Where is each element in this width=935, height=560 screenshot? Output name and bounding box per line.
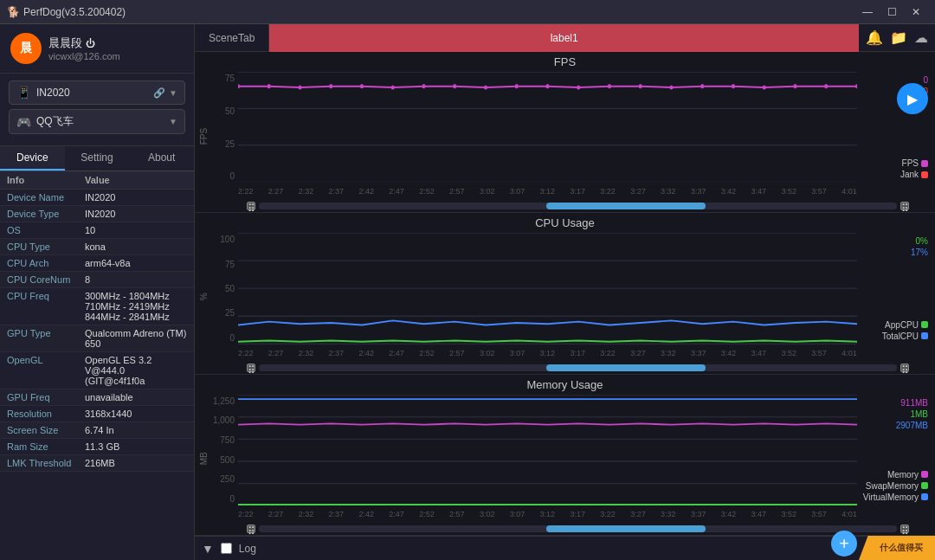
fps-scrollbar[interactable]: ⠿ ⠿ <box>195 200 935 212</box>
x-tick-label: 3:47 <box>751 187 767 196</box>
x-tick-label: 2:32 <box>299 510 314 518</box>
x-tick-label: 3:02 <box>480 349 495 357</box>
app-cpu-value: 0% <box>882 236 928 246</box>
value-cell: 216MB <box>85 458 187 468</box>
tab-setting[interactable]: Setting <box>65 146 130 171</box>
memory-chart-title: Memory Usage <box>195 375 935 395</box>
cpu-svg <box>238 233 857 344</box>
value-cell: kona <box>85 241 187 252</box>
x-tick-label: 2:42 <box>358 510 374 518</box>
app-selector-row[interactable]: 🎮 QQ飞车 ▼ <box>9 109 185 134</box>
memory-legend-label: Memory <box>887 470 919 480</box>
cpu-scroll-handle-left[interactable]: ⠿ <box>247 364 255 372</box>
app-name-label: QQ飞车 <box>36 114 169 129</box>
x-tick-label: 3:27 <box>630 187 646 196</box>
memory-scrollbar[interactable]: ⠿ ⠿ <box>195 523 935 535</box>
x-tick-label: 3:17 <box>570 349 585 357</box>
play-button[interactable]: ▶ <box>897 83 928 114</box>
scroll-track[interactable] <box>259 203 897 209</box>
fps-legend-label: FPS <box>902 158 919 168</box>
label-tab[interactable]: label1 <box>269 24 859 52</box>
fps-chart-area: FPS 75 50 25 0 <box>195 72 935 200</box>
app-title: PerfDog(v3.5.200402) <box>23 6 126 18</box>
virtual-value: 2907MB <box>863 421 928 430</box>
x-tick-label: 3:02 <box>480 510 495 518</box>
cpu-chart-inner: 100 75 50 25 0 <box>212 233 935 361</box>
link-icon: 🔗 <box>153 87 165 99</box>
chevron-down-icon-2: ▼ <box>169 117 177 126</box>
info-cell: Ram Size <box>7 441 85 452</box>
virtual-legend-label: VirtualMemory <box>863 492 919 502</box>
memory-x-axis: 2:222:272:322:372:422:472:522:573:023:07… <box>238 505 857 523</box>
x-tick-label: 3:42 <box>721 187 737 196</box>
scroll-handle-left[interactable]: ⠿ <box>247 202 255 210</box>
tab-device[interactable]: Device <box>0 146 65 171</box>
x-tick-label: 2:27 <box>268 187 284 196</box>
svg-point-11 <box>453 84 456 88</box>
cpu-scrollbar[interactable]: ⠿ ⠿ <box>195 362 935 374</box>
cpu-svg-area <box>238 233 857 344</box>
x-tick-label: 4:01 <box>842 187 857 196</box>
x-tick-label: 3:52 <box>781 349 796 357</box>
info-row: OS10 <box>0 222 194 239</box>
maximize-button[interactable]: ☐ <box>880 0 904 24</box>
x-tick-label: 3:27 <box>630 349 646 357</box>
memory-svg-area <box>238 395 857 505</box>
info-cell: Device Name <box>7 192 85 203</box>
col-value-header: Value <box>85 175 187 185</box>
tab-about[interactable]: About <box>129 146 194 171</box>
arrow-button[interactable]: ▼ <box>202 542 214 556</box>
user-name: 晨晨段 ⏻ <box>48 35 184 51</box>
device-name-label: IN2020 <box>36 87 153 99</box>
x-tick-label: 4:01 <box>842 510 857 518</box>
info-row: Device NameIN2020 <box>0 190 194 206</box>
info-row: GPU Frequnavailable <box>0 389 194 406</box>
log-label[interactable]: Log <box>239 543 256 555</box>
minimize-button[interactable]: — <box>855 0 880 24</box>
x-tick-label: 3:57 <box>811 510 827 518</box>
close-button[interactable]: ✕ <box>904 0 928 24</box>
jank-legend-label: Jank <box>900 170 919 179</box>
swap-legend-item: SwapMemory <box>863 481 928 491</box>
scene-tab[interactable]: SceneTab <box>195 24 269 52</box>
device-selector-row[interactable]: 📱 IN2020 🔗 ▼ <box>9 80 185 105</box>
info-row: CPU Freq300MHz - 1804MHz 710MHz - 2419MH… <box>0 288 194 325</box>
memory-chart-area: MB 1,250 1,000 750 500 250 0 <box>195 395 935 523</box>
swap-legend-label: SwapMemory <box>866 481 919 491</box>
info-row: Device TypeIN2020 <box>0 206 194 222</box>
memory-scroll-handle-left[interactable]: ⠿ <box>247 525 255 533</box>
scroll-handle-right[interactable]: ⠿ <box>900 202 909 210</box>
user-info: 晨晨段 ⏻ vicwxl@126.com <box>48 35 184 61</box>
x-tick-label: 3:12 <box>540 510 556 518</box>
col-info-header: Info <box>7 175 85 185</box>
memory-scroll-handle-right[interactable]: ⠿ <box>900 525 909 533</box>
sidebar: 晨 晨晨段 ⏻ vicwxl@126.com 📱 IN2020 🔗 ▼ 🎮 QQ… <box>0 24 195 560</box>
value-cell: unavailable <box>85 392 187 402</box>
x-tick-label: 2:22 <box>238 187 254 196</box>
memory-scroll-track[interactable] <box>259 525 897 532</box>
notification-icon[interactable]: 🔔 <box>866 29 883 46</box>
x-tick-label: 3:57 <box>811 187 827 196</box>
x-tick-label: 3:32 <box>661 510 676 518</box>
main-content: SceneTab label1 🔔 📁 ☁ FPS FPS 75 50 <box>195 24 935 560</box>
folder-icon[interactable]: 📁 <box>890 29 907 46</box>
info-table-header: Info Value <box>0 171 194 190</box>
log-checkbox[interactable] <box>221 543 232 554</box>
fps-y-ticks: 75 50 25 0 <box>212 72 238 183</box>
svg-point-17 <box>639 84 642 88</box>
value-cell: 11.3 GB <box>85 441 187 452</box>
x-tick-label: 2:27 <box>268 510 284 518</box>
x-tick-label: 3:37 <box>691 510 706 518</box>
info-cell: GPU Freq <box>7 392 85 402</box>
cpu-scroll-handle-right[interactable]: ⠿ <box>900 364 909 372</box>
virtual-legend-item: VirtualMemory <box>863 492 928 502</box>
add-button[interactable]: + <box>831 531 857 557</box>
cloud-icon[interactable]: ☁ <box>914 29 928 46</box>
tab-bar: Device Setting About <box>0 146 194 171</box>
x-tick-label: 2:32 <box>299 349 314 357</box>
cpu-scroll-track[interactable] <box>259 364 897 371</box>
x-tick-label: 3:22 <box>600 349 616 357</box>
info-row: CPU CoreNum8 <box>0 272 194 288</box>
info-row: Resolution3168x1440 <box>0 406 194 422</box>
x-tick-label: 3:22 <box>600 187 616 196</box>
